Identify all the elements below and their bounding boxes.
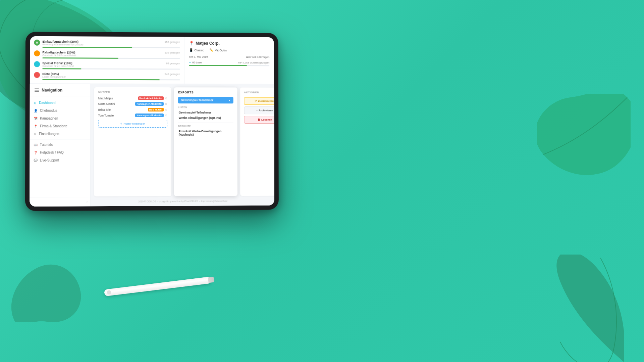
voucher-item: Niete (50%) 342 gezogen Leider nicht gew… [34, 72, 180, 80]
sidebar-item-firma[interactable]: 📍 Firma & Standorte [30, 122, 91, 130]
voucher-name: Spezial T-Shirt (10%) [42, 61, 72, 65]
voucher-name: Rabattgutschein (20%) [42, 50, 75, 54]
tutorials-icon: 📖 [34, 143, 38, 146]
chefmodus-icon: 👤 [34, 109, 38, 112]
reset-icon: ↩ [255, 99, 257, 102]
exports-title: EXPORTS [178, 91, 233, 94]
sidebar-item-helpdesk[interactable]: ❓ Helpdesk / FAQ [30, 148, 90, 156]
archivieren-button[interactable]: ▪ Archivieren [244, 106, 274, 114]
sidebar-item-dashboard[interactable]: ⊞ Dashboard [30, 99, 91, 107]
archive-icon: ▪ [257, 109, 258, 112]
dropdown-item[interactable]: Protokoll Werbe-Einwilligungen (Nachweis… [178, 129, 233, 137]
campaign-name: Matjes Corp. [196, 41, 219, 46]
kampagnen-icon: 📅 [34, 117, 38, 120]
tablet: Einkaufsgutschein (20%) 156 gezogen Eink… [25, 32, 279, 211]
sidebar-item-label: Chefmodus [40, 109, 57, 112]
user-item: Britta Brie BBB-Nutzer ✕ [98, 108, 167, 111]
dropdown-group-label: Berichte [178, 125, 233, 127]
sidebar-item-einstellungen[interactable]: ⚙ Einstellungen [30, 130, 91, 138]
einstellungen-icon: ⚙ [34, 132, 37, 136]
remove-icon[interactable]: ✕ [165, 114, 167, 117]
sidebar-item-label: Dashboard [39, 101, 55, 105]
sidebar-title: Navigation [42, 88, 62, 92]
helpdesk-icon: ❓ [34, 151, 38, 154]
tablet-footer: 2019 © DIGILOS – brought to you with ♥ b… [94, 198, 271, 203]
dropdown-item[interactable]: Werbe-Einwilligungen (Opt-Ins) [178, 115, 233, 121]
campaign-option: Mit Optin [215, 49, 227, 52]
sidebar-item-label: Einstellungen [39, 132, 59, 136]
firma-icon: 📍 [34, 125, 38, 128]
campaign-lose: 00 Lose [192, 61, 202, 64]
loeschen-button[interactable]: 🗑 Löschen [244, 116, 274, 124]
voucher-name: Niete (50%) [42, 72, 59, 76]
svg-point-0 [36, 42, 38, 44]
voucher-count: 136 gezogen [165, 51, 180, 54]
sidebar-expand-icon[interactable]: › [87, 200, 88, 203]
exports-section: EXPORTS Gewinnspiel-Teilnehmer ▼ Listen … [174, 87, 237, 196]
sidebar-item-chefmodus[interactable]: 👤 Chefmodus [30, 107, 91, 115]
campaign-drawn: 684 Lose wurden gezogen [238, 61, 269, 64]
voucher-desc: Gutschein für 20 Prozent Rabatt [42, 54, 180, 57]
user-item: Marta Martini Kampagnen-Moderator ✕ [98, 102, 167, 106]
dropdown-arrow-icon: ▼ [228, 99, 231, 101]
nutzer-title: NUTZER [98, 91, 167, 94]
dropdown-selected[interactable]: Gewinnspiel-Teilnehmer ▼ [178, 97, 233, 103]
dashboard-icon: ⊞ [34, 101, 37, 104]
remove-icon[interactable]: ✕ [165, 97, 167, 100]
hamburger-icon[interactable] [35, 89, 39, 92]
voucher-desc: Leider nicht gewonnen [42, 76, 180, 78]
sidebar-item-label: Kampagnen [40, 117, 58, 120]
nutzer-section: NUTZER Max Matjes Konto-Administrator ✕ … [94, 87, 171, 196]
aktionen-section: AKTIONEN ↩ Zurücksetzen ▪ Archivieren 🗑 [240, 88, 274, 196]
remove-icon[interactable]: ✕ [165, 108, 167, 111]
support-icon: 💬 [34, 159, 38, 162]
aktionen-title: AKTIONEN [244, 91, 274, 94]
sidebar-item-label: Live-Support [40, 159, 59, 162]
remove-icon[interactable]: ✕ [165, 102, 167, 106]
sidebar: Navigation ⊞ Dashboard 👤 Chefmodus 📅 Kam… [30, 84, 91, 207]
user-item: Tom Tomate Kampagnen-Moderator ✕ [98, 114, 167, 117]
delete-icon: 🗑 [258, 118, 260, 121]
voucher-desc: Gutschein für ein tolles T-Shirt [42, 65, 180, 67]
voucher-desc: Einkaufsgutschein im wert von 20 Euro [43, 43, 180, 46]
sidebar-item-support[interactable]: 💬 Live-Support [30, 156, 90, 164]
voucher-count: 342 gezogen [165, 73, 180, 76]
user-item: Max Matjes Konto-Administrator ✕ [98, 96, 167, 100]
dropdown-item[interactable]: Gewinnspiel-Teilnehmer [178, 110, 233, 115]
voucher-name: Einkaufsgutschein (20%) [43, 40, 78, 43]
sidebar-item-label: Helpdesk / FAQ [40, 150, 64, 154]
sidebar-item-label: Tutorials [40, 143, 53, 146]
voucher-item: Spezial T-Shirt (10%) 68 gezogen Gutsche… [34, 61, 180, 70]
sidebar-item-kampagnen[interactable]: 📅 Kampagnen [30, 115, 91, 122]
dropdown-group-label: Listen [178, 106, 233, 108]
campaign-active: aktiv seit 128 Tagen [246, 55, 269, 58]
zuruecksetzen-button[interactable]: ↩ Zurücksetzen [244, 97, 274, 105]
voucher-count: 156 gezogen [165, 41, 180, 44]
campaign-type: Classic [194, 48, 204, 52]
sidebar-item-label: Firma & Standorte [40, 124, 67, 128]
campaign-since: seit 1. Mai 2019 [189, 55, 208, 58]
add-user-button[interactable]: + Nutzer hinzufügen [98, 120, 167, 128]
voucher-count: 68 gezogen [166, 62, 180, 65]
sidebar-item-tutorials[interactable]: 📖 Tutorials [30, 141, 90, 148]
voucher-item: Einkaufsgutschein (20%) 156 gezogen Eink… [34, 40, 180, 48]
voucher-item: Rabattgutschein (20%) 136 gezogen Gutsch… [34, 50, 180, 59]
